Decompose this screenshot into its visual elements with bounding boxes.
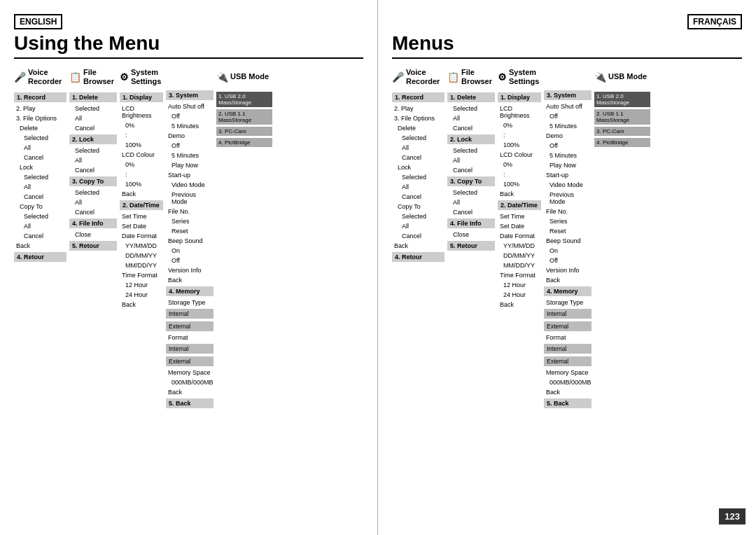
voice-header-left: 🎤 Voice Recorder xyxy=(14,66,66,88)
sys-item-system-right: 3. System xyxy=(544,90,592,100)
voice-item-selected2-left: Selected xyxy=(14,173,66,181)
file-item-selected1-left: Selected xyxy=(69,104,117,113)
file-item-selected1-right: Selected xyxy=(447,104,495,113)
sys-item-series-left: Series xyxy=(166,217,214,225)
sys-item-back5-right: 5. Back xyxy=(544,398,592,408)
voice-item-play-right: 2. Play xyxy=(392,104,444,113)
sys-item-brightcolon-right: : xyxy=(498,131,541,139)
sys-item-demo-5min-left: 5 Minutes xyxy=(166,151,214,160)
voice-item-cancel1-right: Cancel xyxy=(392,153,444,162)
file-item-all1-right: All xyxy=(447,114,495,123)
file-item-retour-right: 5. Retour xyxy=(447,241,495,251)
system-label2-right: Settings xyxy=(509,77,539,86)
sys-item-off-right: Off xyxy=(544,112,592,120)
sys-item-colourcolon-left: : xyxy=(120,170,163,179)
sys-item-off-left: Off xyxy=(166,112,214,120)
voice-item-all2-right: All xyxy=(392,183,444,191)
voice-item-play-left: 2. Play xyxy=(14,104,66,113)
sys-item-bright100-right: 100% xyxy=(498,141,541,149)
sys-item-storagetype-left: Storage Type xyxy=(166,298,214,307)
file-item-all3-left: All xyxy=(69,198,117,207)
usb-item-usb11-right: 2. USB 1.1 MassStorage xyxy=(594,109,650,125)
voice-item-selected3-left: Selected xyxy=(14,212,66,221)
sys-item-bright0-right: 0% xyxy=(498,121,541,130)
sys-item-demo-off-right: Off xyxy=(544,141,592,150)
sys-item-videomode-right: Video Mode xyxy=(544,181,592,189)
sys-item-startup-right: Start-up xyxy=(544,171,592,179)
usb-column-right: 🔌 USB Mode 1. USB 2.0 MassStorage 2. USB… xyxy=(594,66,650,148)
sys-item-timeformat-left: Time Format xyxy=(120,271,163,279)
sys-item-external1-right: External xyxy=(544,321,592,331)
system-col2-spacer-right xyxy=(544,66,592,88)
voice-item-record-right: 1. Record xyxy=(392,92,444,102)
file-item-cancel2-right: Cancel xyxy=(447,166,495,174)
sys-item-memory-right: 4. Memory xyxy=(544,286,592,296)
usb-icon-right: 🔌 xyxy=(594,71,606,83)
system-header-right: ⚙ System Settings xyxy=(498,66,541,88)
voice-item-back-right: Back xyxy=(392,242,444,250)
voice-item-fileoptions-right: 3. File Options xyxy=(392,114,444,123)
file-item-lock-left: 2. Lock xyxy=(69,134,117,144)
voice-item-all3-right: All xyxy=(392,222,444,230)
sys-item-videomode-left: Video Mode xyxy=(166,181,214,189)
voice-item-delete-right: Delete xyxy=(392,124,444,132)
sys-item-memory-left: 4. Memory xyxy=(166,286,214,296)
sys-item-fileno-right: File No. xyxy=(544,207,592,216)
voice-item-record-left: 1. Record xyxy=(14,92,66,102)
usb-item-pictbridge-left: 4. PictBridge xyxy=(216,138,272,147)
sys-item-external1-left: External xyxy=(166,321,214,331)
system-col2-spacer-left xyxy=(166,66,214,88)
sys-item-mmddyy-left: MM/DD/YY xyxy=(120,261,163,270)
sys-item-beep-off-left: Off xyxy=(166,256,214,265)
file-item-cancel1-right: Cancel xyxy=(447,124,495,132)
sys-item-24hour-right: 24 Hour xyxy=(498,291,541,299)
sys-item-external2-left: External xyxy=(166,356,214,366)
sys-item-lcdcolour-right: LCD Colour xyxy=(498,151,541,159)
voice-item-fileoptions-left: 3. File Options xyxy=(14,114,66,123)
voice-item-selected1-left: Selected xyxy=(14,134,66,142)
file-item-all2-right: All xyxy=(447,156,495,165)
file-item-all1-left: All xyxy=(69,114,117,123)
voice-label2-right: Recorder xyxy=(406,77,440,86)
voice-item-retour-left: 4. Retour xyxy=(14,252,66,262)
voice-item-all3-left: All xyxy=(14,222,66,230)
system-display-column-left: ⚙ System Settings 1. Display LCD Brightn… xyxy=(120,66,163,309)
usb-item-usb20-left: 1. USB 2.0 MassStorage xyxy=(216,92,272,107)
voice-item-copyto-left: Copy To xyxy=(14,202,66,211)
sys-item-bright100-left: 100% xyxy=(120,141,163,149)
file-item-close-left: Close xyxy=(69,230,117,239)
sys-item-storagetype-right: Storage Type xyxy=(544,298,592,307)
sys-item-ddmmyy-left: DD/MM/YY xyxy=(120,251,163,260)
usb-header-right: 🔌 USB Mode xyxy=(594,66,650,88)
voice-item-selected1-right: Selected xyxy=(392,134,444,142)
usb-item-usb20-right: 1. USB 2.0 MassStorage xyxy=(594,92,650,107)
sys-item-mmddyy-right: MM/DD/YY xyxy=(498,261,541,270)
file-item-selected3-right: Selected xyxy=(447,188,495,197)
sys-item-datetime-left: 2. Date/Time xyxy=(120,200,163,210)
section-title-right: Menus xyxy=(392,32,742,59)
sys-item-autoshutoff-right: Auto Shut off xyxy=(544,102,592,111)
file-item-selected2-left: Selected xyxy=(69,146,117,155)
voice-item-cancel3-left: Cancel xyxy=(14,232,66,240)
voice-icon-left: 🎤 xyxy=(14,71,26,83)
file-header-left: 📋 File Browser xyxy=(69,66,117,88)
sys-item-colour100-left: 100% xyxy=(120,180,163,188)
file-item-all2-left: All xyxy=(69,156,117,165)
language-badge-french: FRANÇAIS xyxy=(687,14,742,29)
sys-item-000mb-left: 000MB/000MB xyxy=(166,378,214,387)
file-column-right: 📋 File Browser 1. Delete Selected All Ca… xyxy=(447,66,495,251)
sys-item-colour0-left: 0% xyxy=(120,160,163,169)
sys-item-demo-5min-right: 5 Minutes xyxy=(544,151,592,160)
sys-item-colour100-right: 100% xyxy=(498,180,541,188)
sys-item-internal1-right: Internal xyxy=(544,309,592,319)
file-item-cancel1-left: Cancel xyxy=(69,124,117,132)
usb-item-pccam-left: 3. PC-Cam xyxy=(216,127,272,136)
voice-label1-left: Voice xyxy=(28,68,62,77)
sys-item-beep-on-left: On xyxy=(166,246,214,255)
system-icon-left: ⚙ xyxy=(120,71,129,83)
sys-item-beepsound-right: Beep Sound xyxy=(544,237,592,245)
sys-item-versioninfo-right: Version Info xyxy=(544,266,592,275)
system-label1-left: System xyxy=(131,68,161,77)
voice-item-lock-left: Lock xyxy=(14,163,66,172)
sys-item-systemback-right: Back xyxy=(544,276,592,284)
